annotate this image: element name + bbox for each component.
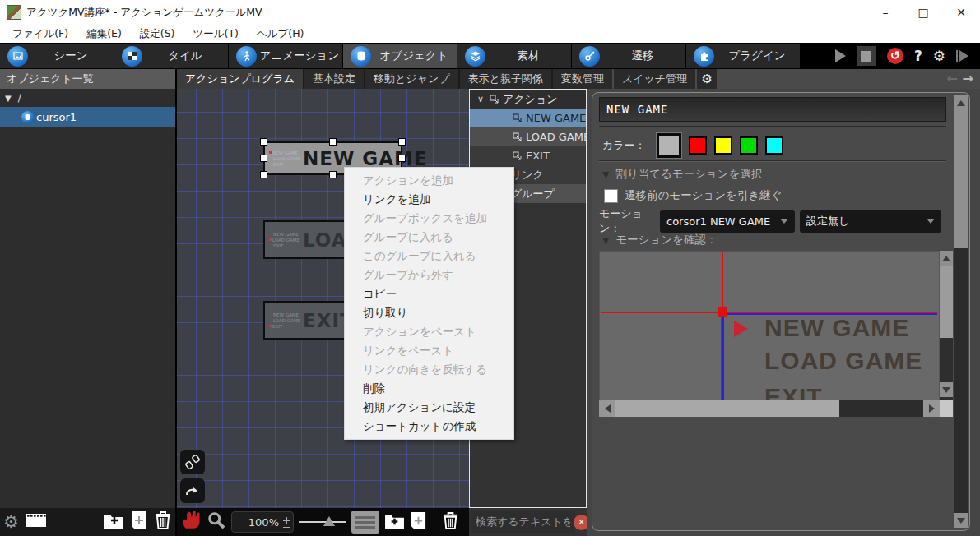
menu-edit[interactable]: 編集(E) — [77, 25, 131, 43]
color-swatch-green[interactable] — [740, 136, 758, 155]
delete-button[interactable] — [154, 511, 172, 534]
tab-material[interactable]: 素材 — [457, 44, 571, 68]
tab-tile[interactable]: タイル — [114, 44, 228, 68]
zoom-decrease-icon[interactable] — [283, 527, 290, 528]
mode-tab-bar: シーン タイル アニメーション オブジェクト 素材 遷移 プラグイン — [0, 43, 980, 69]
step-button[interactable] — [956, 50, 968, 62]
slider-knob[interactable] — [323, 516, 335, 526]
add-folder-button[interactable] — [103, 511, 124, 533]
nav-back-icon[interactable]: ← — [946, 69, 957, 89]
scroll-down-button[interactable] — [954, 513, 968, 528]
play-button[interactable] — [835, 49, 846, 62]
tab-plugin[interactable]: プラグイン — [686, 44, 800, 68]
tab-variable-management[interactable]: 変数管理 — [553, 69, 612, 89]
stop-button[interactable] — [857, 46, 876, 66]
zoom-tool-button[interactable] — [207, 511, 226, 534]
tab-switch-management[interactable]: スイッチ管理 — [614, 69, 695, 89]
preview-horizontal-scrollbar[interactable] — [599, 400, 940, 417]
tab-move-jump[interactable]: 移動とジャンプ — [365, 69, 458, 89]
tab-settings-gear-icon[interactable]: ⚙ — [697, 69, 717, 89]
menu-settings[interactable]: 設定(S) — [131, 25, 184, 43]
scrollbar-thumb[interactable] — [954, 110, 968, 248]
maximize-button[interactable]: □ — [904, 0, 942, 25]
resize-handle[interactable] — [260, 138, 267, 146]
nav-forward-icon[interactable]: → — [963, 69, 973, 89]
menu-item-cut[interactable]: 切り取り — [345, 303, 513, 322]
preview-vertical-scrollbar[interactable] — [940, 251, 953, 400]
zoom-slider[interactable] — [299, 514, 346, 530]
tree-row-action[interactable]: ∨ アクション — [470, 90, 586, 109]
tab-scene[interactable]: シーン — [0, 44, 114, 68]
tab-display-parent[interactable]: 表示と親子関係 — [460, 69, 551, 89]
scrollbar-thumb[interactable] — [940, 266, 953, 338]
undo-button[interactable]: ↺ — [887, 48, 903, 64]
add-action-button[interactable] — [410, 511, 427, 534]
object-settings-button[interactable]: ⚙ — [3, 510, 19, 534]
preview-menu-item: NEW GAME — [764, 314, 909, 342]
tree-row-new-game[interactable]: NEW GAME — [470, 109, 586, 127]
tab-basic-settings[interactable]: 基本設定 — [304, 69, 364, 89]
zoom-increase-icon[interactable] — [283, 517, 290, 524]
expander-icon[interactable]: ▼ — [5, 94, 12, 103]
collapse-triangle-icon[interactable]: ▼ — [602, 169, 609, 180]
menu-item-create-shortcut[interactable]: ショートカットの作成 — [345, 417, 513, 436]
inherit-motion-checkbox[interactable] — [604, 189, 618, 203]
minimize-button[interactable]: – — [866, 0, 904, 25]
tab-action-program[interactable]: アクションプログラム — [177, 69, 303, 89]
collapse-triangle-icon[interactable]: ▼ — [602, 235, 609, 246]
action-name-field[interactable]: NEW GAME — [599, 97, 946, 122]
help-button[interactable]: ? — [914, 46, 922, 66]
delete-action-button[interactable] — [442, 511, 459, 534]
object-tree-root[interactable]: ▼ / — [0, 89, 175, 107]
object-item-cursor1[interactable]: cursor1 — [0, 107, 175, 127]
resize-handle[interactable] — [329, 171, 337, 178]
menu-tools[interactable]: ツール(T) — [183, 25, 247, 43]
zoom-stepper[interactable] — [281, 517, 293, 528]
color-swatch-red[interactable] — [689, 136, 707, 155]
scroll-down-button[interactable] — [940, 382, 953, 397]
resize-handle[interactable] — [329, 138, 337, 146]
close-button[interactable]: ✕ — [942, 0, 980, 25]
scrollbar-thumb[interactable] — [615, 400, 839, 417]
scroll-up-button[interactable] — [940, 251, 953, 266]
scroll-up-button[interactable] — [954, 95, 968, 110]
color-swatch-cyan[interactable] — [765, 136, 783, 155]
tab-animation[interactable]: アニメーション — [229, 44, 342, 68]
menu-item-set-initial-action[interactable]: 初期アクションに設定 — [345, 398, 513, 417]
menu-file[interactable]: ファイル(F) — [3, 25, 77, 43]
action-icon — [513, 132, 523, 142]
zoom-level-control[interactable]: 100% — [231, 511, 294, 533]
resize-handle[interactable] — [260, 171, 267, 178]
menu-help[interactable]: ヘルプ(H) — [248, 25, 314, 43]
add-item-button[interactable] — [130, 511, 148, 534]
search-input[interactable] — [471, 511, 575, 533]
scroll-right-button[interactable] — [923, 400, 940, 417]
color-swatch-gray[interactable] — [657, 133, 681, 158]
collapse-icon[interactable]: ∨ — [475, 94, 486, 104]
resize-handle[interactable] — [398, 138, 406, 146]
resize-handle[interactable] — [260, 155, 267, 162]
menu-item-delete[interactable]: 削除 — [345, 379, 513, 398]
tab-transition[interactable]: 遷移 — [572, 44, 685, 68]
tree-row-exit[interactable]: EXIT — [470, 146, 586, 165]
pan-hand-button[interactable] — [180, 510, 202, 534]
assign-motion-header[interactable]: ▼ 割り当てるモーションを選択 — [602, 165, 946, 183]
add-group-folder-button[interactable] — [384, 512, 405, 533]
menu-item-add-link[interactable]: リンクを追加 — [345, 190, 513, 209]
tree-row-load-game[interactable]: LOAD GAME — [470, 127, 586, 146]
inspector-scrollbar[interactable] — [954, 95, 968, 528]
motion-dropdown-primary[interactable]: corsor1 NEW GAME — [660, 210, 795, 233]
motion-preview[interactable]: NEW GAME LOAD GAME EXIT — [599, 251, 940, 400]
motion-dropdown-secondary[interactable]: 設定無し — [800, 210, 941, 233]
resize-handle[interactable] — [398, 155, 406, 162]
tab-object[interactable]: オブジェクト — [343, 44, 457, 68]
confirm-motion-header[interactable]: ▼ モーションを確認： — [602, 231, 946, 249]
filmstrip-button[interactable] — [25, 511, 47, 533]
menu-item-copy[interactable]: コピー — [345, 284, 513, 303]
add-link-button[interactable] — [180, 450, 205, 474]
settings-button[interactable]: ⚙ — [933, 46, 945, 66]
scroll-left-button[interactable] — [599, 400, 615, 417]
layers-button[interactable] — [351, 511, 379, 534]
redo-link-button[interactable] — [180, 478, 205, 503]
color-swatch-yellow[interactable] — [714, 136, 732, 155]
